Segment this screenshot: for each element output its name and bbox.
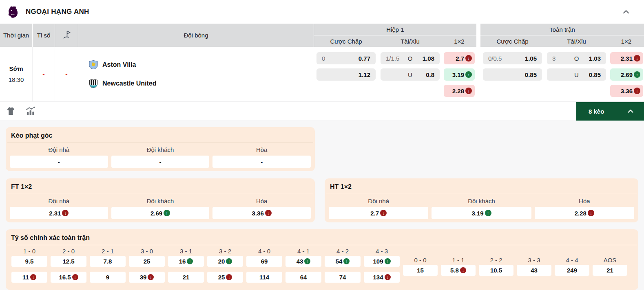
- ht-1x2-odds-home[interactable]: 2.7↓: [329, 207, 428, 219]
- over-label: O: [405, 55, 416, 62]
- odds-value: 2.28: [452, 88, 464, 94]
- odds-value: 1.08: [416, 55, 435, 62]
- col-header-time: Thời gian: [0, 24, 33, 47]
- odds-value: 1.03: [582, 55, 601, 62]
- ft-handicap-odds-home[interactable]: 0/0.5 1.05: [483, 52, 542, 64]
- ft-1x2-odds-home[interactable]: 2.31↓: [10, 207, 108, 219]
- ht-1x2-odds-away[interactable]: 3.19↑: [432, 207, 531, 219]
- match-teams-cell: Aston Villa Newcastle United: [78, 47, 314, 101]
- score-odds[interactable]: 25: [129, 256, 165, 267]
- score-odds[interactable]: 114: [246, 272, 282, 283]
- odds-value: 249: [567, 267, 577, 274]
- odds-value: 0.85: [582, 71, 601, 78]
- score-column-3-1: 3 - 116↑21: [166, 245, 206, 283]
- collapse-league-chevron-icon[interactable]: [621, 7, 631, 17]
- odds-value: 3.19: [471, 210, 483, 217]
- league-header: NGOẠI HẠNG ANH: [0, 0, 644, 24]
- col-group-first-half: Hiệp 1 Cược Chấp Tài/Xỉu 1×2: [314, 24, 476, 47]
- odds-value: 0.8: [416, 71, 435, 78]
- score-column-1-1: 1 - 15.8↓: [439, 254, 477, 276]
- score-odds[interactable]: 5.8↓: [441, 265, 476, 276]
- score-odds[interactable]: 249: [555, 265, 589, 276]
- corner-odds-away[interactable]: -: [111, 156, 210, 168]
- odds-value: 2.7: [456, 55, 464, 62]
- score-odds[interactable]: 15: [403, 265, 438, 276]
- odds-value: -: [58, 158, 60, 165]
- score-odds[interactable]: 54↑: [325, 256, 361, 267]
- score-odds[interactable]: 43: [517, 265, 551, 276]
- score-odds[interactable]: 9: [90, 272, 126, 283]
- score-column-2-0: 2 - 012.516.5↓: [49, 245, 88, 283]
- h1-1x2-draw-odds[interactable]: 2.28 ↓: [444, 85, 475, 97]
- corner-odds-draw[interactable]: -: [212, 156, 311, 168]
- group-label-full-time: Toàn trận: [480, 24, 644, 35]
- corner-column-label: Hòa: [212, 143, 311, 156]
- score-odds[interactable]: 16↑: [168, 256, 204, 267]
- match-score: -: [42, 70, 44, 78]
- group-label-first-half: Hiệp 1: [314, 24, 476, 35]
- odds-value: 69: [261, 258, 268, 265]
- score-odds[interactable]: 16.5↓: [51, 272, 86, 283]
- trend-up-icon: ↑: [226, 258, 232, 264]
- ft-1x2-draw-odds[interactable]: 3.36 ↓: [610, 85, 643, 97]
- ft-under-odds[interactable]: U 0.85: [547, 68, 606, 81]
- score-odds[interactable]: 25↓: [207, 272, 243, 283]
- section-title-corner: Kèo phạt góc: [7, 127, 313, 143]
- h1-over-odds[interactable]: 1/1.5 O 1.08: [381, 52, 440, 64]
- score-odds[interactable]: 9.5: [11, 256, 47, 267]
- score-odds[interactable]: 39↓: [129, 272, 165, 283]
- subcol-h1-over-under: Tài/Xỉu: [378, 35, 442, 47]
- score-label: 1 - 1: [439, 254, 477, 264]
- score-label: 4 - 3: [362, 245, 401, 255]
- trend-down-icon: ↓: [588, 210, 594, 216]
- ft-over-odds[interactable]: 3 O 1.03: [547, 52, 606, 64]
- h1-odds-group: 0 0.77 1.12 1/1.5 O 1.08: [314, 47, 476, 101]
- ht-1x2-grid: Đội nhàĐội kháchHòa2.7↓3.19↑2.28↓: [325, 194, 638, 219]
- score-odds[interactable]: 64: [285, 272, 321, 283]
- ft-handicap-odds-away[interactable]: 0.85: [483, 68, 542, 81]
- ht-1x2-odds-draw[interactable]: 2.28↓: [535, 207, 634, 219]
- ft-1x2-card: FT 1×2 Đội nhàĐội kháchHòa2.31↓2.69↑3.36…: [6, 178, 315, 222]
- score-odds[interactable]: 10.5: [479, 265, 513, 276]
- score-odds[interactable]: 7.8: [90, 256, 126, 267]
- score-odds[interactable]: 109↑: [364, 256, 400, 267]
- odds-value: 2.31: [621, 55, 633, 62]
- match-row[interactable]: Sớm 18:30 - - Aston Villa: [0, 47, 644, 102]
- aston-villa-badge-icon: [89, 60, 98, 70]
- h1-1x2-home-odds[interactable]: 2.7 ↓: [444, 52, 475, 64]
- h1-under-odds[interactable]: U 0.8: [381, 68, 440, 81]
- ft-1x2-odds-away[interactable]: 2.69↑: [111, 207, 210, 219]
- odds-table: Thời gian Tỉ số Đội bóng Hiệp 1 Cược Chấ…: [0, 24, 644, 102]
- trend-up-icon: ↑: [465, 71, 472, 78]
- stats-icon[interactable]: [25, 106, 36, 116]
- score-odds[interactable]: 12.5: [51, 256, 86, 267]
- odds-value: 5.8: [450, 267, 459, 274]
- handicap-line: 0: [322, 55, 346, 62]
- score-odds[interactable]: 69: [246, 256, 282, 267]
- score-odds[interactable]: 43↑: [285, 256, 321, 267]
- score-odds[interactable]: 11↓: [11, 272, 47, 283]
- trend-up-icon: ↑: [634, 71, 640, 78]
- score-odds[interactable]: 20↑: [207, 256, 243, 267]
- ft-1x2-home-odds[interactable]: 2.31 ↓: [610, 52, 643, 64]
- correct-score-grid: 1 - 09.511↓2 - 012.516.5↓2 - 17.893 - 02…: [6, 245, 638, 283]
- ht-1x2-column-label: Đội khách: [432, 194, 531, 207]
- jersey-icon[interactable]: [5, 106, 16, 116]
- ft-1x2-odds-draw[interactable]: 3.36↓: [212, 207, 311, 219]
- h1-1x2-away-odds[interactable]: 3.19 ↑: [444, 68, 475, 81]
- home-team[interactable]: Aston Villa: [89, 60, 314, 70]
- corner-odds-home[interactable]: -: [10, 156, 108, 168]
- score-odds[interactable]: 21: [168, 272, 204, 283]
- away-team[interactable]: Newcastle United: [89, 79, 314, 88]
- trend-down-icon: ↓: [148, 274, 154, 280]
- score-label: 3 - 3: [515, 254, 553, 264]
- bets-count-button[interactable]: 8 kèo: [576, 102, 644, 121]
- home-team-name: Aston Villa: [102, 61, 136, 68]
- score-odds[interactable]: 74: [325, 272, 361, 283]
- handicap-line: 0/0.5: [488, 55, 513, 62]
- score-odds[interactable]: 134↓: [364, 272, 400, 283]
- ft-1x2-away-odds[interactable]: 2.69 ↑: [610, 68, 643, 81]
- score-odds[interactable]: 21: [593, 265, 627, 276]
- h1-handicap-odds-away[interactable]: 1.12: [316, 68, 376, 81]
- h1-handicap-odds-home[interactable]: 0 0.77: [316, 52, 376, 64]
